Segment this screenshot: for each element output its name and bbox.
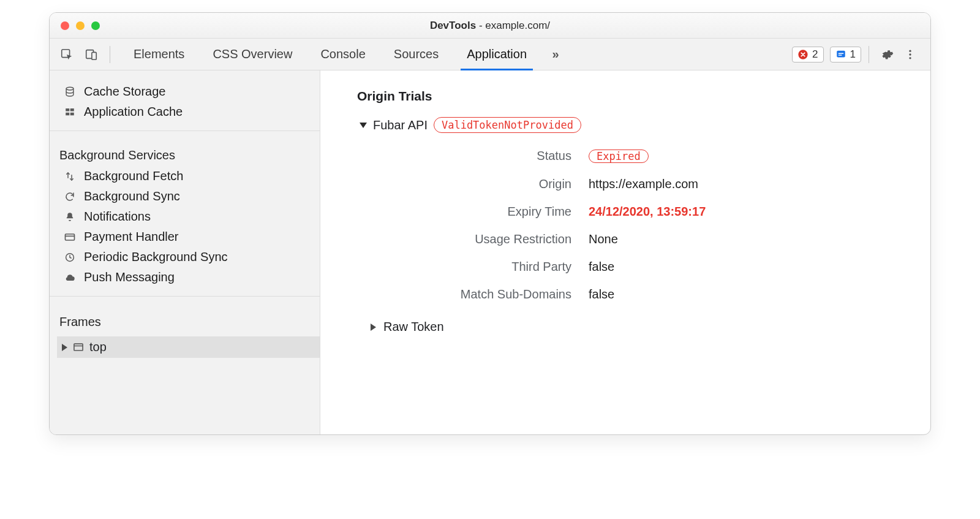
toolbar-divider	[110, 46, 110, 63]
panel-tabs: Elements CSS Overview Console Sources Ap…	[123, 39, 567, 70]
field-value-usage-restriction: None	[589, 232, 913, 246]
origin-trial-row[interactable]: Fubar API ValidTokenNotProvided	[360, 117, 913, 133]
sidebar-section-header: Frames	[57, 309, 320, 333]
svg-point-5	[909, 50, 911, 51]
maximize-window-button[interactable]	[91, 21, 100, 30]
svg-rect-10	[70, 108, 74, 112]
settings-button[interactable]	[876, 44, 897, 65]
window-title-app: DevTools	[430, 20, 476, 31]
svg-point-6	[909, 53, 911, 55]
field-value-third-party: false	[589, 260, 913, 274]
database-icon	[63, 85, 77, 99]
field-key-usage-restriction: Usage Restriction	[400, 232, 571, 246]
gear-icon	[880, 48, 894, 61]
sidebar-item-label: Periodic Background Sync	[84, 250, 228, 264]
sidebar-item-payment-handler[interactable]: Payment Handler	[57, 227, 320, 247]
sidebar-item-notifications[interactable]: Notifications	[57, 206, 320, 227]
issues-badge[interactable]: 1	[830, 47, 861, 63]
cloud-icon	[63, 271, 77, 284]
section-heading: Origin Trials	[357, 89, 913, 104]
toolbar: Elements CSS Overview Console Sources Ap…	[50, 39, 930, 70]
titlebar: DevTools - example.com/	[50, 13, 930, 39]
issues-icon	[835, 49, 846, 60]
sidebar-item-label: Background Fetch	[84, 169, 183, 183]
field-key-origin: Origin	[400, 177, 571, 191]
sidebar-item-push-messaging[interactable]: Push Messaging	[57, 267, 320, 287]
tab-css-overview[interactable]: CSS Overview	[202, 39, 303, 70]
devtools-window: DevTools - example.com/ Elements CSS Ove…	[49, 12, 931, 435]
application-sidebar: Cache Storage Application Cache Backgrou…	[50, 70, 320, 434]
tabs-overflow-button[interactable]: »	[544, 39, 567, 70]
sidebar-item-label: Cache Storage	[84, 85, 165, 99]
sidebar-item-label: Application Cache	[84, 105, 183, 119]
collapse-icon[interactable]	[360, 123, 367, 128]
toolbar-divider	[869, 46, 869, 63]
svg-rect-9	[66, 108, 69, 112]
issues-count: 1	[850, 48, 856, 61]
svg-rect-4	[837, 50, 845, 57]
inspect-element-button[interactable]	[56, 44, 78, 66]
main-content: Origin Trials Fubar API ValidTokenNotPro…	[320, 70, 930, 434]
tab-elements[interactable]: Elements	[123, 39, 195, 70]
window-title: DevTools - example.com/	[430, 20, 550, 32]
card-icon	[63, 230, 77, 244]
errors-count: 2	[812, 48, 818, 61]
minimize-window-button[interactable]	[76, 21, 85, 30]
tab-console[interactable]: Console	[309, 39, 376, 70]
sidebar-item-frame-top[interactable]: top	[57, 336, 320, 358]
svg-rect-15	[74, 344, 83, 350]
sidebar-item-label: Payment Handler	[84, 230, 179, 244]
raw-token-row[interactable]: Raw Token	[371, 320, 913, 334]
svg-rect-12	[70, 112, 74, 115]
panel-body: Cache Storage Application Cache Backgrou…	[50, 70, 930, 434]
svg-rect-13	[66, 234, 75, 240]
errors-badge[interactable]: 2	[792, 47, 823, 63]
sidebar-divider	[50, 296, 320, 297]
tab-sources[interactable]: Sources	[383, 39, 450, 70]
grid-icon	[63, 105, 77, 119]
bell-icon	[63, 210, 77, 224]
field-key-third-party: Third Party	[400, 260, 571, 274]
expand-icon[interactable]	[371, 324, 376, 331]
transfer-icon	[63, 170, 77, 183]
sidebar-section-frames: Frames top	[50, 303, 320, 358]
field-key-status: Status	[400, 149, 571, 164]
trial-details: Status Expired Origin https://example.co…	[400, 149, 913, 301]
trial-name: Fubar API	[373, 118, 428, 132]
token-status-chip: ValidTokenNotProvided	[434, 117, 581, 133]
frame-label: top	[89, 340, 107, 354]
sidebar-item-application-cache[interactable]: Application Cache	[57, 102, 320, 122]
field-value-origin: https://example.com	[589, 177, 913, 191]
sidebar-item-cache-storage[interactable]: Cache Storage	[57, 81, 320, 102]
svg-point-7	[909, 57, 911, 59]
window-title-url: example.com/	[485, 20, 550, 31]
field-key-match-subdomains: Match Sub-Domains	[400, 287, 571, 301]
raw-token-label: Raw Token	[383, 320, 444, 334]
sidebar-item-background-sync[interactable]: Background Sync	[57, 186, 320, 206]
device-toolbar-button[interactable]	[80, 44, 102, 66]
more-options-button[interactable]	[900, 44, 921, 65]
sidebar-item-label: Notifications	[84, 210, 151, 224]
sidebar-divider	[50, 131, 320, 131]
expand-icon[interactable]	[62, 344, 67, 351]
sidebar-item-label: Background Sync	[84, 189, 180, 203]
sidebar-section-header: Background Services	[57, 142, 320, 166]
field-key-expiry: Expiry Time	[400, 205, 571, 219]
tab-application[interactable]: Application	[456, 39, 538, 70]
status-badges: 2 1	[792, 47, 861, 63]
error-icon	[797, 49, 809, 60]
field-value-expiry: 24/12/2020, 13:59:17	[589, 205, 913, 219]
svg-rect-11	[66, 112, 69, 115]
clock-icon	[63, 251, 77, 264]
sidebar-section-background-services: Background Services Background Fetch Bac…	[50, 137, 320, 290]
field-value-match-subdomains: false	[589, 287, 913, 301]
window-controls	[61, 13, 100, 38]
svg-point-8	[66, 87, 74, 90]
status-chip: Expired	[589, 150, 649, 163]
sidebar-item-periodic-background-sync[interactable]: Periodic Background Sync	[57, 247, 320, 267]
sidebar-item-label: Push Messaging	[84, 270, 175, 284]
close-window-button[interactable]	[61, 21, 69, 30]
field-value-status: Expired	[589, 149, 913, 164]
svg-rect-2	[92, 52, 96, 59]
sidebar-item-background-fetch[interactable]: Background Fetch	[57, 166, 320, 186]
